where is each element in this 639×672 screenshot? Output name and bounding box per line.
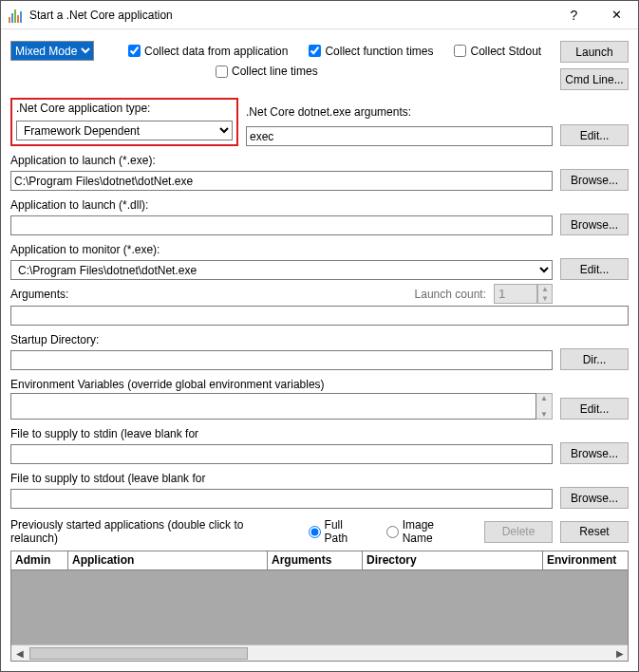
delete-button[interactable]: Delete bbox=[484, 521, 553, 543]
prev-apps-table[interactable]: Admin Application Arguments Directory En… bbox=[10, 551, 629, 662]
window-title: Start a .Net Core application bbox=[29, 9, 173, 22]
app-type-select[interactable]: Framework Dependent bbox=[16, 121, 233, 140]
launch-count-label: Launch count: bbox=[415, 288, 486, 301]
arguments-input[interactable] bbox=[10, 306, 629, 326]
titlebar: Start a .Net Core application ? ✕ bbox=[1, 1, 638, 29]
full-path-radio[interactable]: Full Path bbox=[309, 518, 369, 545]
app-launch-dll-input[interactable] bbox=[10, 215, 553, 235]
env-vars-input[interactable] bbox=[10, 393, 536, 420]
stdout-input[interactable] bbox=[10, 489, 553, 509]
col-admin[interactable]: Admin bbox=[11, 551, 68, 569]
stdout-label: File to supply to stdout (leave blank fo… bbox=[10, 472, 629, 485]
app-launch-dll-browse-button[interactable]: Browse... bbox=[560, 214, 629, 235]
col-environment[interactable]: Environment bbox=[543, 551, 628, 569]
env-vars-label: Environment Variables (override global e… bbox=[10, 378, 629, 391]
launch-button[interactable]: Launch bbox=[560, 41, 629, 63]
dotnet-args-label: .Net Core dotnet.exe arguments: bbox=[246, 105, 629, 119]
launch-count-spinner: ▲▼ bbox=[494, 284, 553, 304]
app-launch-exe-browse-button[interactable]: Browse... bbox=[560, 169, 629, 191]
scroll-right-icon[interactable]: ▶ bbox=[611, 648, 628, 659]
app-type-label: .Net Core application type: bbox=[16, 102, 233, 115]
help-button[interactable]: ? bbox=[553, 1, 595, 29]
image-name-radio[interactable]: Image Name bbox=[386, 518, 467, 545]
launch-count-input bbox=[494, 284, 537, 304]
app-monitor-select[interactable]: C:\Program Files\dotnet\dotNet.exe bbox=[10, 260, 553, 280]
close-button[interactable]: ✕ bbox=[595, 1, 638, 29]
arguments-label: Arguments: bbox=[10, 288, 68, 301]
stdin-input[interactable] bbox=[10, 444, 553, 464]
app-icon bbox=[9, 8, 24, 23]
table-body[interactable] bbox=[11, 570, 628, 644]
reset-button[interactable]: Reset bbox=[560, 521, 629, 543]
startup-dir-button[interactable]: Dir... bbox=[560, 348, 629, 370]
col-application[interactable]: Application bbox=[68, 551, 268, 569]
app-type-highlight: .Net Core application type: Framework De… bbox=[10, 98, 238, 146]
collect-stdout-checkbox[interactable]: Collect Stdout bbox=[454, 45, 541, 58]
prev-apps-label: Previously started applications (double … bbox=[10, 518, 293, 545]
stdin-browse-button[interactable]: Browse... bbox=[560, 442, 629, 464]
collect-func-checkbox[interactable]: Collect function times bbox=[309, 45, 433, 58]
app-monitor-edit-button[interactable]: Edit... bbox=[560, 258, 629, 280]
app-monitor-label: Application to monitor (*.exe): bbox=[10, 243, 629, 256]
dotnet-args-edit-button[interactable]: Edit... bbox=[560, 124, 629, 146]
scroll-left-icon[interactable]: ◀ bbox=[11, 648, 28, 659]
cmdline-button[interactable]: Cmd Line... bbox=[560, 68, 629, 90]
col-arguments[interactable]: Arguments bbox=[268, 551, 363, 569]
table-hscroll[interactable]: ◀ ▶ bbox=[11, 644, 628, 661]
stdout-browse-button[interactable]: Browse... bbox=[560, 487, 629, 509]
mode-select[interactable]: Mixed Mode bbox=[10, 41, 94, 61]
startup-dir-input[interactable] bbox=[10, 350, 553, 370]
app-launch-exe-label: Application to launch (*.exe): bbox=[10, 154, 629, 167]
collect-line-checkbox[interactable]: Collect line times bbox=[216, 65, 318, 78]
app-launch-exe-input[interactable] bbox=[10, 171, 553, 191]
launch-count-stepper: ▲▼ bbox=[537, 284, 553, 304]
env-vars-edit-button[interactable]: Edit... bbox=[560, 398, 629, 420]
collect-data-checkbox[interactable]: Collect data from application bbox=[128, 45, 288, 58]
startup-dir-label: Startup Directory: bbox=[10, 333, 629, 346]
dotnet-args-input[interactable] bbox=[246, 126, 553, 146]
table-header: Admin Application Arguments Directory En… bbox=[11, 551, 628, 570]
env-vars-scrollbar[interactable]: ▲▼ bbox=[536, 393, 553, 420]
app-launch-dll-label: Application to launch (*.dll): bbox=[10, 198, 629, 212]
stdin-label: File to supply to stdin (leave blank for bbox=[10, 427, 629, 440]
col-directory[interactable]: Directory bbox=[363, 551, 543, 569]
scroll-thumb[interactable] bbox=[29, 647, 248, 660]
